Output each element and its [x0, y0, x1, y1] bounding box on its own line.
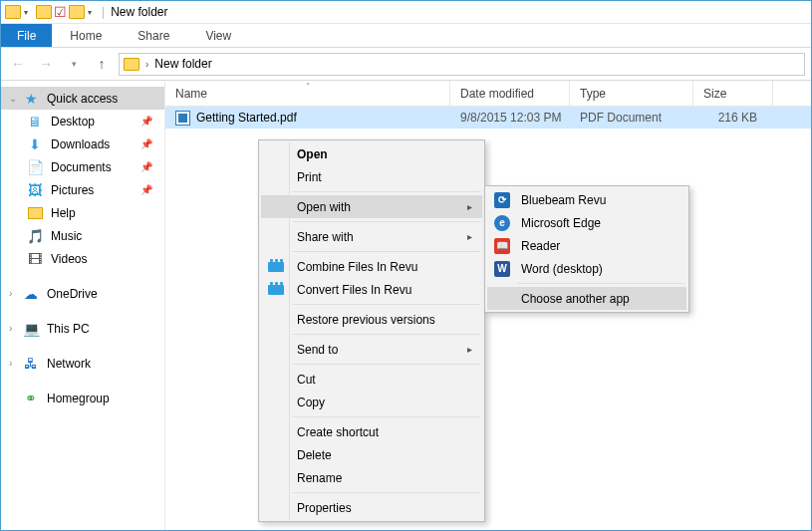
menu-item-open-with[interactable]: Open with ▸: [261, 195, 482, 218]
chevron-right-icon[interactable]: ›: [9, 288, 12, 299]
window-title: New folder: [111, 5, 167, 19]
edge-icon: e: [493, 214, 511, 232]
sidebar-item-downloads[interactable]: ⬇ Downloads: [1, 133, 164, 155]
bluebeam-icon: [267, 258, 285, 276]
menu-item-combine[interactable]: Combine Files In Revu: [261, 255, 482, 278]
menu-separator: [293, 416, 480, 417]
file-row[interactable]: Getting Started.pdf 9/8/2015 12:03 PM PD…: [165, 107, 811, 129]
menu-item-label: Send to: [297, 343, 338, 357]
cloud-icon: ☁: [23, 286, 39, 302]
menu-item-rename[interactable]: Rename: [261, 466, 482, 489]
video-icon: 🎞: [27, 251, 43, 267]
submenu-item-reader[interactable]: 📖 Reader: [487, 234, 686, 257]
sidebar-item-music[interactable]: 🎵 Music: [1, 224, 164, 247]
menu-item-print[interactable]: Print: [261, 165, 482, 188]
sidebar-item-desktop[interactable]: 🖥 Desktop: [1, 110, 164, 133]
file-size: 216 KB: [693, 111, 773, 125]
menu-item-properties[interactable]: Properties: [261, 496, 482, 519]
tab-share[interactable]: Share: [120, 24, 187, 47]
menu-item-restore[interactable]: Restore previous versions: [261, 308, 482, 331]
submenu-item-choose-app[interactable]: Choose another app: [487, 287, 686, 310]
menu-separator: [293, 251, 480, 252]
check-icon[interactable]: ☑: [54, 4, 67, 20]
caret-down-icon[interactable]: ▾: [24, 8, 28, 17]
submenu-item-edge[interactable]: e Microsoft Edge: [487, 211, 686, 234]
chevron-right-icon: ▸: [467, 201, 472, 212]
menu-item-open[interactable]: Open: [261, 142, 482, 165]
sort-indicator-icon: ˄: [306, 82, 310, 91]
chevron-right-icon[interactable]: ›: [9, 358, 12, 369]
folder-icon: [5, 5, 21, 19]
sidebar-item-documents[interactable]: 📄 Documents: [1, 155, 164, 178]
separator: |: [102, 5, 105, 19]
sidebar-item-label: Quick access: [47, 92, 118, 106]
bluebeam-icon: ⟳: [493, 191, 511, 209]
recent-dropdown[interactable]: ▾: [63, 53, 85, 75]
chevron-right-icon: ▸: [467, 344, 472, 355]
file-name: Getting Started.pdf: [196, 111, 297, 125]
up-button[interactable]: ↑: [91, 53, 113, 75]
sidebar-item-label: Homegroup: [47, 392, 110, 405]
navigation-pane: ⌄ ★ Quick access 🖥 Desktop ⬇ Downloads 📄…: [1, 81, 165, 530]
menu-item-label: Share with: [297, 230, 354, 244]
sidebar-item-label: Help: [51, 206, 76, 220]
context-menu: Open Print Open with ▸ Share with ▸ Comb…: [258, 139, 485, 522]
quick-access-toolbar: ▾ ☑ ▾: [1, 4, 96, 20]
address-bar[interactable]: › New folder: [119, 53, 805, 76]
chevron-right-icon: ▸: [467, 231, 472, 242]
folder-icon: [124, 58, 139, 71]
menu-item-copy[interactable]: Copy: [261, 391, 482, 413]
menu-separator: [293, 364, 480, 365]
caret-down-icon[interactable]: ▾: [88, 8, 92, 17]
sidebar-item-label: Music: [51, 229, 82, 243]
column-date[interactable]: Date modified: [450, 81, 570, 106]
open-with-submenu: ⟳ Bluebeam Revu e Microsoft Edge 📖 Reade…: [484, 185, 689, 313]
chevron-down-icon[interactable]: ⌄: [9, 93, 17, 104]
pc-icon: 💻: [23, 321, 39, 337]
chevron-right-icon[interactable]: ›: [9, 323, 12, 334]
back-button[interactable]: ←: [7, 53, 29, 75]
column-type[interactable]: Type: [570, 81, 693, 106]
submenu-item-word[interactable]: W Word (desktop): [487, 257, 686, 280]
menu-item-share-with[interactable]: Share with ▸: [261, 225, 482, 248]
sidebar-item-pictures[interactable]: 🖼 Pictures: [1, 178, 164, 201]
address-location[interactable]: New folder: [154, 57, 211, 71]
nav-bar: ← → ▾ ↑ › New folder: [1, 48, 811, 81]
menu-item-delete[interactable]: Delete: [261, 443, 482, 466]
menu-item-cut[interactable]: Cut: [261, 368, 482, 391]
forward-button[interactable]: →: [35, 53, 57, 75]
menu-item-label: Convert Files In Revu: [297, 283, 411, 297]
tab-home[interactable]: Home: [52, 24, 120, 47]
star-icon: ★: [23, 91, 39, 107]
ribbon-tabs: File Home Share View: [1, 24, 811, 48]
submenu-item-bluebeam[interactable]: ⟳ Bluebeam Revu: [487, 188, 686, 211]
menu-item-send-to[interactable]: Send to ▸: [261, 338, 482, 361]
menu-item-convert[interactable]: Convert Files In Revu: [261, 278, 482, 301]
sidebar-item-this-pc[interactable]: › 💻 This PC: [1, 317, 164, 340]
menu-separator: [293, 221, 480, 222]
file-date: 9/8/2015 12:03 PM: [450, 111, 570, 125]
column-name[interactable]: Name ˄: [165, 81, 450, 106]
submenu-item-label: Microsoft Edge: [521, 216, 601, 230]
menu-separator: [293, 492, 480, 493]
tab-view[interactable]: View: [187, 24, 249, 47]
column-size[interactable]: Size: [693, 81, 773, 106]
sidebar-item-quick-access[interactable]: ⌄ ★ Quick access: [1, 87, 164, 110]
folder-icon: [27, 205, 43, 221]
column-label: Name: [175, 87, 207, 101]
tab-file[interactable]: File: [1, 24, 52, 47]
folder-icon: [36, 5, 52, 19]
menu-item-shortcut[interactable]: Create shortcut: [261, 420, 482, 443]
menu-separator: [293, 191, 480, 192]
sidebar-item-help[interactable]: Help: [1, 201, 164, 224]
sidebar-item-label: Downloads: [51, 137, 110, 151]
sidebar-item-onedrive[interactable]: › ☁ OneDrive: [1, 282, 164, 305]
sidebar-item-homegroup[interactable]: ⚭ Homegroup: [1, 387, 164, 409]
folder-icon: [69, 5, 85, 19]
submenu-item-label: Word (desktop): [521, 262, 603, 276]
music-icon: 🎵: [27, 228, 43, 244]
chevron-right-icon[interactable]: ›: [145, 59, 148, 70]
sidebar-item-network[interactable]: › 🖧 Network: [1, 352, 164, 375]
sidebar-item-videos[interactable]: 🎞 Videos: [1, 247, 164, 270]
network-icon: 🖧: [23, 356, 39, 372]
